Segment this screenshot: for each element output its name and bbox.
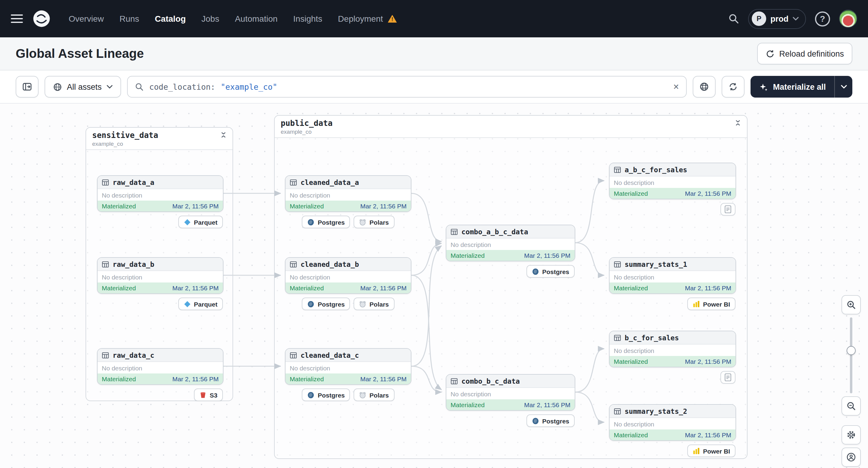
asset-description: No description xyxy=(285,362,411,373)
tag-s3[interactable]: S3 xyxy=(194,388,223,401)
asset-name: b_c_for_sales xyxy=(625,333,679,342)
nav-runs[interactable]: Runs xyxy=(120,14,139,24)
asset-tags: Parquet xyxy=(178,298,223,310)
asset-node-cleaned-data-c[interactable]: cleaned_data_c No description Materializ… xyxy=(285,348,411,385)
tag-postgres[interactable]: Postgres xyxy=(302,298,350,310)
tag-parquet[interactable]: Parquet xyxy=(178,298,223,310)
asset-timestamp[interactable]: Mar 2, 11:56 PM xyxy=(524,401,570,408)
asset-description: No description xyxy=(446,239,575,250)
lineage-canvas[interactable]: sensitive_data example_co public_data ex… xyxy=(0,103,868,468)
asset-scope-dropdown[interactable]: All assets xyxy=(44,76,121,98)
asset-node-b-c-for-sales[interactable]: b_c_for_sales No description Materialize… xyxy=(609,331,736,367)
asset-timestamp[interactable]: Mar 2, 11:56 PM xyxy=(360,375,407,382)
materialize-options-button[interactable] xyxy=(834,76,852,98)
clear-search-icon[interactable]: × xyxy=(673,82,679,92)
nav-deployment[interactable]: Deployment ! xyxy=(338,14,397,24)
asset-timestamp[interactable]: Mar 2, 11:56 PM xyxy=(172,284,219,291)
powerbi-icon xyxy=(693,300,700,308)
tag-csv[interactable] xyxy=(720,203,736,216)
user-avatar[interactable] xyxy=(839,10,857,28)
asset-timestamp[interactable]: Mar 2, 11:56 PM xyxy=(685,284,731,291)
help-button[interactable]: ? xyxy=(815,11,830,26)
asset-status-row: Materialized Mar 2, 11:56 PM xyxy=(98,200,223,211)
asset-node-cleaned-data-b[interactable]: cleaned_data_b No description Materializ… xyxy=(285,257,411,294)
asset-status: Materialized xyxy=(614,190,648,197)
zoom-slider-track[interactable] xyxy=(850,317,852,393)
asset-timestamp[interactable]: Mar 2, 11:56 PM xyxy=(360,284,407,291)
asset-node-combo-b-c-data[interactable]: combo_b_c_data No description Materializ… xyxy=(446,374,575,411)
collapse-group-icon[interactable] xyxy=(735,119,741,127)
zoom-slider[interactable] xyxy=(841,317,861,393)
search-icon xyxy=(135,82,144,91)
asset-status: Materialized xyxy=(102,284,136,291)
asset-timestamp[interactable]: Mar 2, 11:56 PM xyxy=(524,252,570,259)
reload-definitions-button[interactable]: Reload definitions xyxy=(757,43,852,64)
asset-node-raw-data-b[interactable]: raw_data_b No description Materialized M… xyxy=(97,257,223,294)
nav-overview[interactable]: Overview xyxy=(69,14,104,24)
search-icon[interactable] xyxy=(728,13,739,24)
tag-polars[interactable]: Polars xyxy=(354,216,394,228)
menu-icon[interactable] xyxy=(11,14,23,23)
nav-insights[interactable]: Insights xyxy=(293,14,322,24)
zoom-out-button[interactable] xyxy=(841,396,861,415)
asset-timestamp[interactable]: Mar 2, 11:56 PM xyxy=(360,202,407,210)
sync-icon xyxy=(728,82,738,92)
materialize-all-split-button: Materialize all xyxy=(750,76,852,98)
asset-node-raw-data-c[interactable]: raw_data_c No description Materialized M… xyxy=(97,348,223,385)
nav-jobs[interactable]: Jobs xyxy=(202,14,219,24)
asset-status-row: Materialized Mar 2, 11:56 PM xyxy=(446,250,575,261)
asset-timestamp[interactable]: Mar 2, 11:56 PM xyxy=(172,375,219,382)
tag-postgres[interactable]: Postgres xyxy=(526,265,575,278)
deployment-switcher[interactable]: P prod xyxy=(748,9,806,29)
reload-definitions-label: Reload definitions xyxy=(779,49,844,58)
asset-description: No description xyxy=(610,271,736,282)
nav-automation[interactable]: Automation xyxy=(235,14,278,24)
tag-power-bi[interactable]: Power BI xyxy=(687,298,736,310)
tag-polars[interactable]: Polars xyxy=(354,298,394,310)
asset-timestamp[interactable]: Mar 2, 11:56 PM xyxy=(685,190,731,197)
asset-name: combo_b_c_data xyxy=(461,377,520,385)
tag-postgres[interactable]: Postgres xyxy=(526,414,575,427)
asset-name: cleaned_data_a xyxy=(301,178,359,186)
polars-icon xyxy=(359,300,367,308)
asset-tags: S3 xyxy=(194,388,223,401)
nav-catalog[interactable]: Catalog xyxy=(155,14,186,24)
tag-power-bi[interactable]: Power BI xyxy=(687,444,736,457)
asset-node-cleaned-data-a[interactable]: cleaned_data_a No description Materializ… xyxy=(285,175,411,212)
table-icon xyxy=(614,166,621,173)
dagster-logo[interactable] xyxy=(31,8,52,29)
table-icon xyxy=(290,260,297,268)
graph-settings-button[interactable] xyxy=(841,425,861,444)
group-header[interactable]: sensitive_data example_co xyxy=(86,128,232,150)
feedback-button[interactable] xyxy=(841,447,861,467)
collapse-group-icon[interactable] xyxy=(220,131,226,139)
asset-timestamp[interactable]: Mar 2, 11:56 PM xyxy=(685,358,731,365)
asset-node-combo-a-b-c-data[interactable]: combo_a_b_c_data No description Material… xyxy=(446,225,575,261)
tag-postgres[interactable]: Postgres xyxy=(302,388,350,401)
asset-node-summary-stats-2[interactable]: summary_stats_2 No description Materiali… xyxy=(609,404,736,441)
zoom-in-button[interactable] xyxy=(841,295,861,314)
toggle-sidebar-button[interactable] xyxy=(16,76,38,98)
asset-description: No description xyxy=(610,418,736,430)
search-query-key: code_location: xyxy=(149,82,215,91)
tag-csv[interactable] xyxy=(720,371,736,384)
tag-parquet[interactable]: Parquet xyxy=(178,216,223,228)
lineage-search-input[interactable]: code_location:"example_co" × xyxy=(127,76,687,98)
tag-polars[interactable]: Polars xyxy=(354,388,394,401)
materialize-all-button[interactable]: Materialize all xyxy=(750,76,834,98)
graph-view-button[interactable] xyxy=(693,76,716,98)
zoom-slider-knob[interactable] xyxy=(847,346,856,355)
asset-tags: Postgres xyxy=(526,265,575,278)
refresh-button[interactable] xyxy=(722,76,745,98)
asset-node-raw-data-a[interactable]: raw_data_a No description Materialized M… xyxy=(97,175,223,212)
asset-node-summary-stats-1[interactable]: summary_stats_1 No description Materiali… xyxy=(609,257,736,294)
asset-node-a-b-c-for-sales[interactable]: a_b_c_for_sales No description Materiali… xyxy=(609,163,736,199)
asset-timestamp[interactable]: Mar 2, 11:56 PM xyxy=(685,431,731,438)
group-header[interactable]: public_data example_co xyxy=(275,116,747,138)
asset-timestamp[interactable]: Mar 2, 11:56 PM xyxy=(172,202,219,210)
table-icon xyxy=(614,334,621,341)
table-icon xyxy=(290,351,297,359)
tag-postgres[interactable]: Postgres xyxy=(302,216,350,228)
asset-status: Materialized xyxy=(614,431,648,438)
asset-description: No description xyxy=(610,177,736,188)
